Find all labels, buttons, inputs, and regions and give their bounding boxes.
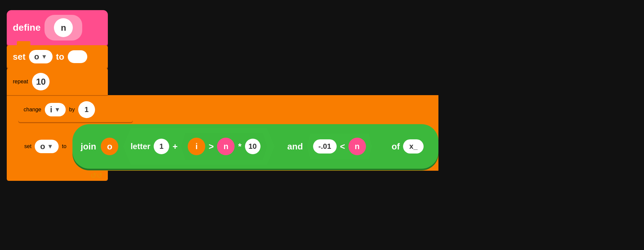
- change-value[interactable]: 1: [78, 101, 95, 118]
- to-label-2: to: [62, 143, 66, 149]
- set-block-2[interactable]: set o ▼ to: [18, 135, 72, 158]
- repeat-label: repeat: [13, 79, 28, 85]
- letter-label: letter: [130, 142, 150, 151]
- compare-block-1[interactable]: i > n * 10: [181, 133, 267, 160]
- repeat-header[interactable]: repeat 10: [7, 68, 108, 95]
- define-label: define: [13, 22, 40, 33]
- of-block[interactable]: of x_: [385, 135, 430, 158]
- empty-value-1[interactable]: [68, 50, 87, 63]
- define-arg-value[interactable]: n: [54, 18, 73, 37]
- and-block[interactable]: and -.01 < n: [279, 129, 380, 164]
- i-var[interactable]: i: [188, 138, 205, 155]
- dropdown-arrow-1[interactable]: ▼: [41, 53, 47, 60]
- n-var-1[interactable]: n: [217, 138, 235, 155]
- change-label: change: [24, 107, 41, 113]
- refresh-icon: ↺: [90, 171, 96, 180]
- define-arg-bubble: n: [44, 15, 82, 40]
- set-label-2: set: [24, 143, 31, 149]
- compare-block-2[interactable]: -.01 < n: [307, 134, 372, 159]
- set-var-2[interactable]: o ▼: [35, 140, 59, 153]
- blocks-workspace: define n set o ▼ to repeat 10 change i ▼…: [7, 10, 438, 181]
- dropdown-arrow-3[interactable]: ▼: [47, 143, 53, 150]
- and-label: and: [287, 141, 303, 152]
- letter-block[interactable]: letter 1 + i > n * 10: [123, 128, 274, 165]
- set-label-1: set: [13, 52, 26, 62]
- plus-op: +: [173, 141, 178, 152]
- of-label: of: [392, 141, 400, 152]
- o-var-1[interactable]: o: [101, 138, 118, 155]
- gt-op: >: [209, 141, 214, 152]
- x-val[interactable]: x_: [403, 139, 423, 154]
- to-label-1: to: [56, 52, 64, 62]
- times-op: *: [238, 141, 241, 152]
- green-expression: join o letter 1 + i > n * 10: [72, 124, 438, 169]
- repeat-body: change i ▼ by 1 set o ▼ to: [7, 95, 438, 171]
- letter-num[interactable]: 1: [154, 139, 169, 154]
- repeat-count[interactable]: 10: [32, 73, 50, 90]
- n-var-2[interactable]: n: [348, 138, 366, 155]
- join-label: join: [81, 141, 96, 152]
- set-var-1[interactable]: o ▼: [29, 50, 53, 63]
- define-block[interactable]: define n: [7, 10, 108, 45]
- lt-op: <: [340, 141, 345, 152]
- change-block[interactable]: change i ▼ by 1: [18, 97, 133, 122]
- neg-val[interactable]: -.01: [313, 139, 337, 154]
- repeat-end: ↺: [7, 171, 108, 181]
- change-var[interactable]: i ▼: [45, 103, 66, 116]
- num-10[interactable]: 10: [245, 139, 260, 154]
- set-block-2-row: set o ▼ to join o letter 1 +: [18, 124, 438, 169]
- dropdown-arrow-2[interactable]: ▼: [54, 106, 60, 113]
- by-label: by: [69, 107, 75, 113]
